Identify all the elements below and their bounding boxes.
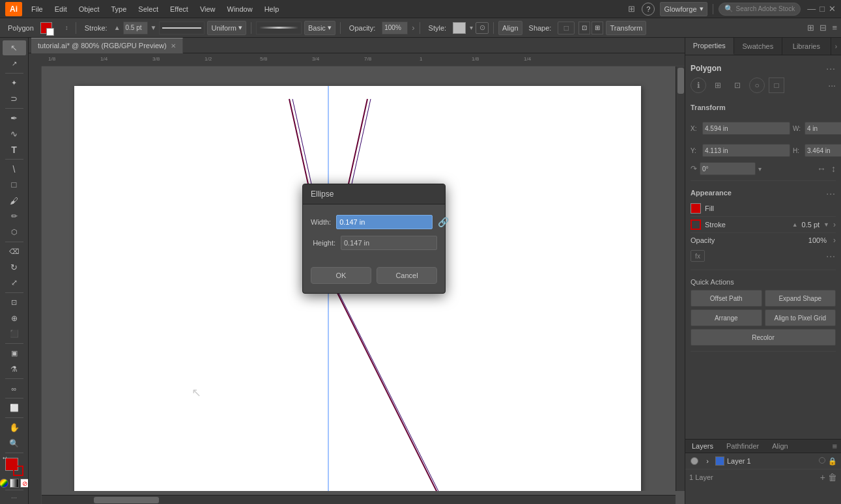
layers-menu-btn[interactable]: ≡: [828, 441, 841, 451]
vertical-scrollbar[interactable]: [676, 66, 685, 491]
h-input[interactable]: [805, 144, 841, 157]
line-segment-tool[interactable]: \: [3, 161, 26, 176]
menu-item-effect[interactable]: Effect: [165, 4, 193, 14]
stroke-profile-select[interactable]: Uniform ▾: [207, 21, 246, 35]
rotation-dropdown[interactable]: ▾: [758, 165, 762, 173]
tab-properties[interactable]: Properties: [685, 38, 734, 55]
grid-icon[interactable]: ⊞: [710, 77, 726, 93]
eraser-tool[interactable]: ⌫: [3, 244, 26, 259]
menu-item-window[interactable]: Window: [222, 4, 258, 14]
selection-tool[interactable]: ↖: [3, 40, 26, 55]
more-options-btn[interactable]: ›: [412, 23, 414, 33]
blend-tool[interactable]: ∞: [3, 381, 26, 396]
stroke-options-btn[interactable]: ›: [833, 220, 836, 229]
height-input[interactable]: [341, 236, 437, 250]
fill-color-swatch[interactable]: [40, 22, 52, 34]
free-transform-tool[interactable]: ⊡: [3, 295, 26, 310]
toolbar-icon-1[interactable]: ⊞: [807, 23, 814, 33]
canvas-tab-main[interactable]: tutorial.ai* @ 800% (RGB/GPU Preview) ✕: [31, 38, 183, 53]
align-pixel-button[interactable]: Align to Pixel Grid: [765, 309, 836, 326]
pencil-tool[interactable]: ✏: [3, 209, 26, 224]
stroke-up-arrow[interactable]: ▲: [792, 221, 798, 228]
stroke-line-preview[interactable]: [159, 21, 205, 35]
ok-button[interactable]: OK: [311, 267, 371, 284]
opacity-input[interactable]: 100%: [382, 21, 408, 35]
artboard-tool[interactable]: ⬜: [3, 400, 26, 415]
width-input[interactable]: [336, 215, 433, 229]
cancel-button[interactable]: Cancel: [377, 267, 437, 284]
layer-expand-btn[interactable]: ›: [702, 456, 713, 466]
menu-item-type[interactable]: Type: [106, 4, 132, 14]
shaper-tool[interactable]: ⬡: [3, 225, 26, 240]
color-mode-btn[interactable]: [0, 479, 8, 488]
close-btn[interactable]: ✕: [829, 4, 836, 14]
menu-item-help[interactable]: Help: [259, 4, 285, 14]
offset-path-button[interactable]: Offset Path: [691, 290, 762, 307]
stroke-swatch-large[interactable]: [13, 466, 23, 476]
rectangle-tool[interactable]: □: [3, 177, 26, 192]
none-swatch-btn[interactable]: ⊘: [20, 479, 29, 488]
lasso-tool[interactable]: ⊃: [3, 91, 26, 106]
rotate-tool[interactable]: ↻: [3, 260, 26, 275]
transform-icon[interactable]: ⊡: [730, 77, 745, 93]
shape-options[interactable]: ⊡ ⊞: [578, 21, 603, 35]
reset-icon[interactable]: ↩: [3, 455, 9, 462]
toolbar-icon-2[interactable]: ⊟: [820, 23, 827, 33]
y-input[interactable]: [702, 144, 790, 157]
fill-color-indicator[interactable]: [691, 203, 701, 214]
shape-builder-tool[interactable]: ⊕: [3, 311, 26, 326]
shape-btn[interactable]: □: [558, 21, 575, 35]
stroke-up-btn[interactable]: ▲: [114, 24, 121, 31]
tab-swatches[interactable]: Swatches: [734, 38, 783, 55]
more-options-btn[interactable]: ···: [826, 63, 836, 74]
flip-h-icon[interactable]: ↔: [817, 163, 826, 174]
zoom-tool[interactable]: 🔍: [3, 436, 26, 451]
close-tab-icon[interactable]: ✕: [171, 42, 176, 49]
opacity-options-btn[interactable]: ›: [833, 236, 836, 245]
toolbar-menu[interactable]: ≡: [832, 23, 837, 33]
gradient-tool[interactable]: ▣: [3, 346, 26, 361]
scale-tool[interactable]: ⤢: [3, 275, 26, 290]
brush-profile-select[interactable]: Basic ▾: [304, 21, 335, 35]
stroke-color-indicator[interactable]: [691, 219, 701, 230]
layer-target-icon[interactable]: [819, 457, 825, 464]
expand-shape-button[interactable]: Expand Shape: [765, 290, 836, 307]
more-tools-btn[interactable]: ···: [11, 494, 17, 501]
type-tool[interactable]: T: [3, 142, 26, 157]
curvature-tool[interactable]: ∿: [3, 126, 26, 141]
magic-wand-tool[interactable]: ✦: [3, 76, 26, 91]
menu-item-view[interactable]: View: [195, 4, 221, 14]
tab-layers[interactable]: Layers: [685, 440, 720, 453]
w-input[interactable]: [805, 122, 841, 135]
info-icon[interactable]: ℹ: [691, 77, 706, 93]
menu-item-edit[interactable]: Edit: [50, 4, 72, 14]
appearance-more-btn-2[interactable]: ···: [826, 251, 836, 261]
circle-icon[interactable]: ○: [749, 77, 765, 93]
more-panel-btn[interactable]: ···: [828, 80, 836, 91]
layer-visibility-toggle[interactable]: [689, 456, 700, 466]
menu-item-file[interactable]: File: [26, 4, 48, 14]
paintbrush-tool[interactable]: 🖌: [3, 193, 26, 208]
gradient-swatch-btn[interactable]: [10, 479, 19, 488]
link-proportions-icon[interactable]: 🔗: [438, 217, 449, 227]
flip-v-icon[interactable]: ↕: [831, 163, 836, 174]
panel-collapse-btn[interactable]: ›: [831, 38, 841, 55]
add-layer-btn[interactable]: +: [820, 472, 825, 483]
menu-item-object[interactable]: Object: [74, 4, 105, 14]
menu-item-select[interactable]: Select: [133, 4, 164, 14]
hand-tool[interactable]: ✋: [3, 420, 26, 435]
style-icon-btn[interactable]: ⊙: [476, 22, 489, 34]
x-input[interactable]: [702, 122, 790, 135]
recolor-button[interactable]: Recolor: [691, 329, 836, 346]
scrollbar-thumb-v[interactable]: [677, 68, 684, 94]
ellipse-dialog[interactable]: Ellipse Width: 🔗 Height: OK: [302, 184, 446, 294]
layer-lock-icon[interactable]: 🔒: [828, 457, 837, 466]
eyedropper-tool[interactable]: ⚗: [3, 361, 26, 376]
arrange-button[interactable]: Arrange: [691, 309, 762, 326]
align-btn[interactable]: Align: [498, 21, 522, 35]
delete-layer-btn[interactable]: 🗑: [828, 472, 837, 483]
horizontal-scrollbar[interactable]: [42, 495, 676, 504]
fx-btn[interactable]: fx: [691, 250, 705, 262]
brush-profile-preview[interactable]: [256, 21, 302, 35]
style-down-arrow[interactable]: ▾: [470, 24, 473, 31]
